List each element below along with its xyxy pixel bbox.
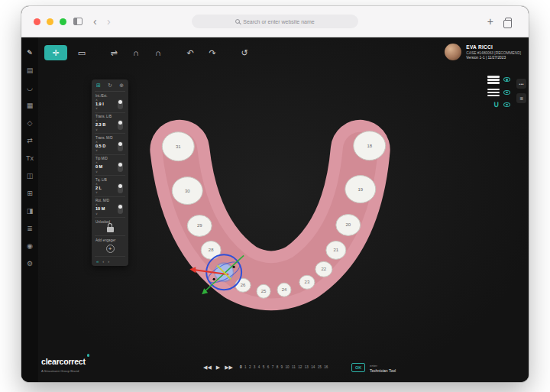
value-slider[interactable]: [118, 162, 123, 172]
tooth-26[interactable]: 26: [235, 278, 251, 292]
tooth-29[interactable]: 29: [187, 215, 212, 236]
settings-icon[interactable]: ⚙: [27, 259, 33, 268]
chevron-down-icon[interactable]: ∨: [95, 128, 98, 131]
timeline-step-6[interactable]: 6: [267, 365, 270, 369]
timeline-step-4[interactable]: 4: [258, 365, 260, 369]
tooth-22[interactable]: 22: [315, 261, 332, 277]
value-slider[interactable]: [118, 120, 123, 130]
value-stepper[interactable]: ∧1.9 I∨: [95, 99, 104, 111]
address-bar[interactable]: Search or enter website name: [192, 15, 358, 28]
chart-icon[interactable]: ◫: [27, 171, 34, 180]
move-tool[interactable]: ✛: [44, 45, 67, 60]
play-button[interactable]: ▶: [216, 364, 220, 371]
timeline-step-8[interactable]: 8: [277, 365, 279, 369]
translate-mode-icon[interactable]: ⊞: [96, 83, 101, 89]
step-back-button[interactable]: ◀◀: [203, 364, 212, 371]
timeline-step-11[interactable]: 11: [292, 365, 296, 369]
timeline-step-0[interactable]: 0: [240, 365, 242, 369]
lower-arch-toggle[interactable]: ∩: [150, 45, 166, 60]
timeline-step-16[interactable]: 16: [324, 365, 328, 369]
collapse-panel-button[interactable]: «: [96, 259, 99, 264]
close-button[interactable]: [34, 18, 40, 25]
chevron-up-icon[interactable]: ∧: [95, 99, 98, 102]
timeline-step-2[interactable]: 2: [249, 365, 251, 369]
tooth-20[interactable]: 20: [336, 214, 361, 235]
chevron-down-icon[interactable]: ∨: [95, 212, 98, 215]
eye-icon[interactable]: [503, 102, 510, 107]
value-slider[interactable]: [118, 99, 123, 109]
back-button[interactable]: ‹: [93, 15, 97, 28]
ok-button[interactable]: OK: [351, 363, 365, 372]
value-slider[interactable]: [118, 183, 123, 193]
tooth-21[interactable]: 21: [326, 241, 346, 259]
elastics-icon[interactable]: ◇: [28, 118, 33, 128]
chevron-up-icon[interactable]: ∧: [95, 141, 98, 144]
arch-visibility[interactable]: ∪: [493, 101, 510, 108]
rotate-mode-icon[interactable]: ↻: [108, 83, 112, 89]
mandible-visibility[interactable]: [487, 89, 510, 97]
docs-button[interactable]: ≣: [516, 93, 526, 103]
technician-tool-toggle[interactable]: enter Technician Tool: [370, 364, 396, 373]
redo-button[interactable]: ↷: [205, 45, 220, 60]
step-forward-button[interactable]: ▶▶: [225, 364, 233, 371]
value-stepper[interactable]: ∧2.3 B∨: [95, 119, 105, 131]
value-stepper[interactable]: ∧0.5 D∨: [95, 141, 105, 153]
maxilla-visibility[interactable]: [487, 76, 510, 84]
lock-icon[interactable]: [107, 227, 114, 232]
chevron-down-icon[interactable]: ∨: [95, 107, 98, 110]
sidebar-toggle-icon[interactable]: [73, 18, 82, 25]
eye-icon[interactable]: [503, 77, 510, 82]
minimize-button[interactable]: [47, 18, 53, 25]
timeline-step-15[interactable]: 15: [318, 365, 322, 369]
upper-arch-toggle[interactable]: ∩: [128, 45, 144, 60]
notes-icon[interactable]: ≣: [27, 224, 33, 233]
free-mode-icon[interactable]: ⊕: [119, 83, 124, 89]
treatment-icon[interactable]: Tx: [26, 154, 34, 163]
tooth-19[interactable]: 19: [345, 176, 376, 203]
smile-icon[interactable]: ◡: [27, 83, 33, 92]
timeline-step-14[interactable]: 14: [311, 365, 315, 369]
chevron-down-icon[interactable]: ∨: [95, 149, 98, 152]
timeline-step-9[interactable]: 9: [281, 365, 283, 369]
marquee-tool[interactable]: ▭: [74, 45, 89, 60]
timeline-step-5[interactable]: 5: [263, 365, 265, 369]
timeline-step-13[interactable]: 13: [305, 365, 309, 369]
forward-button[interactable]: ›: [107, 15, 111, 28]
add-engager-button[interactable]: +: [106, 245, 115, 253]
value-slider[interactable]: [118, 141, 123, 151]
user-info[interactable]: EVA RICCI CASE #1480063 [RECOMMEND] Vers…: [445, 44, 521, 60]
pen-icon[interactable]: ✎: [27, 48, 33, 57]
reset-view-button[interactable]: ↺: [237, 45, 252, 60]
ipr-tool[interactable]: ⇌: [106, 45, 121, 60]
tooth-25[interactable]: 25: [257, 284, 270, 298]
prev-tooth-button[interactable]: ‹: [102, 259, 104, 264]
timeline-step-1[interactable]: 1: [244, 365, 247, 369]
value-slider[interactable]: [118, 204, 123, 214]
timeline-step-3[interactable]: 3: [254, 365, 256, 369]
grid-icon[interactable]: ⊞: [27, 189, 33, 198]
timeline-step-10[interactable]: 10: [286, 365, 290, 369]
zoom-button[interactable]: [60, 18, 66, 25]
overlay-icon[interactable]: ◨: [27, 206, 34, 215]
tooth-31[interactable]: 31: [162, 132, 194, 161]
tooth-30[interactable]: 30: [172, 177, 202, 205]
camera-icon[interactable]: ◉: [27, 241, 33, 251]
undo-button[interactable]: ↶: [183, 45, 198, 60]
chevron-down-icon[interactable]: ∨: [95, 170, 98, 173]
value-stepper[interactable]: ∧0 M∨: [95, 161, 102, 173]
new-tab-button[interactable]: +: [487, 15, 493, 28]
eye-icon[interactable]: [503, 90, 510, 95]
ipr-icon[interactable]: ⇄: [27, 136, 33, 145]
timeline-step-12[interactable]: 12: [298, 365, 302, 369]
value-stepper[interactable]: ∧10 M∨: [95, 203, 105, 215]
occlusion-icon[interactable]: ▦: [27, 101, 34, 110]
chevron-down-icon[interactable]: ∨: [95, 191, 98, 194]
timeline-step-7[interactable]: 7: [272, 365, 274, 369]
chat-button[interactable]: •••: [516, 79, 526, 89]
tab-overview-icon[interactable]: [505, 18, 512, 24]
brush-icon[interactable]: ▤: [27, 66, 34, 75]
tooth-23[interactable]: 23: [299, 275, 315, 289]
tooth-18[interactable]: 18: [354, 131, 386, 160]
chevron-up-icon[interactable]: ∧: [95, 183, 98, 186]
next-tooth-button[interactable]: ›: [108, 259, 109, 264]
